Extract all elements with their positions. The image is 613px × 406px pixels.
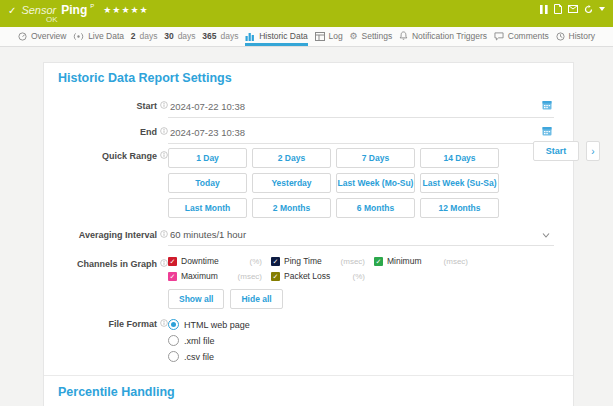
settings-card: Historic Data Report Settings Start 2024…	[43, 62, 574, 406]
tab-historic-data[interactable]: Historic Data	[245, 27, 308, 46]
info-icon[interactable]	[160, 127, 168, 137]
channel-ping-time[interactable]: Ping Time (msec)	[271, 256, 365, 266]
radio-html-web-page[interactable]	[168, 319, 179, 330]
start-report-actions: Start ›	[533, 141, 600, 161]
end-row: End 2024-07-23 10:38	[44, 124, 573, 144]
radio-csv-file[interactable]	[168, 351, 179, 362]
channels-in-graph-row: Channels in Graph Downtime (%) Ping Time…	[44, 256, 573, 309]
tab-2-days[interactable]: 2 days	[131, 27, 158, 46]
report-document-icon[interactable]	[554, 4, 562, 14]
file-format-option-html[interactable]: HTML web page	[168, 319, 554, 330]
sensor-name: Ping	[61, 3, 87, 17]
caret-down-icon[interactable]	[599, 7, 605, 11]
channels-grid: Downtime (%) Ping Time (msec) Minimum (m…	[168, 256, 554, 281]
channel-downtime[interactable]: Downtime (%)	[168, 256, 262, 266]
quick-range-last-week-su-sa-button[interactable]: Last Week (Su-Sa)	[420, 173, 499, 193]
quick-range-12-months-button[interactable]: 12 Months	[420, 198, 499, 218]
tab-label: Settings	[362, 31, 393, 41]
quick-range-today-button[interactable]: Today	[168, 173, 247, 193]
tab-bar: Overview Live Data 2 days 30 days 365 da…	[0, 27, 613, 47]
radio-xml-file[interactable]	[168, 335, 179, 346]
info-icon[interactable]	[160, 151, 168, 161]
file-format-option-xml[interactable]: .xml file	[168, 335, 554, 346]
show-all-button[interactable]: Show all	[168, 289, 224, 309]
end-label: End	[140, 127, 157, 137]
end-datetime-value: 2024-07-23 10:38	[170, 127, 245, 138]
priority-stars[interactable]: ★★★★★	[103, 5, 148, 15]
quick-range-last-week-mo-su-button[interactable]: Last Week (Mo-Su)	[336, 173, 415, 193]
tab-label: Overview	[31, 31, 66, 41]
quick-range-7-days-button[interactable]: 7 Days	[336, 148, 415, 168]
checkbox-downtime[interactable]	[168, 257, 177, 266]
history-clock-icon	[556, 32, 565, 41]
checkbox-maximum[interactable]	[168, 272, 177, 281]
chevron-down-icon	[542, 229, 550, 240]
quick-range-last-month-button[interactable]: Last Month	[168, 198, 247, 218]
checkbox-packet-loss[interactable]	[271, 272, 280, 281]
quick-range-row: Quick Range 1 Day 2 Days 7 Days 14 Days …	[44, 148, 573, 218]
gear-icon: ⚙	[349, 31, 357, 41]
averaging-interval-value: 60 minutes/1 hour	[170, 229, 246, 240]
tab-live-data[interactable]: Live Data	[73, 27, 124, 46]
channels-in-graph-label: Channels in Graph	[77, 259, 157, 269]
start-arrow-button[interactable]: ›	[586, 141, 600, 161]
tab-history[interactable]: History	[556, 27, 595, 46]
quick-range-label: Quick Range	[102, 151, 157, 161]
info-icon[interactable]	[160, 319, 168, 329]
info-icon[interactable]	[160, 259, 168, 269]
quick-range-14-days-button[interactable]: 14 Days	[420, 148, 499, 168]
channel-packet-loss[interactable]: Packet Loss (%)	[271, 271, 365, 281]
quick-range-grid: 1 Day 2 Days 7 Days 14 Days Today Yester…	[168, 148, 554, 218]
pause-icon[interactable]	[540, 5, 548, 14]
tab-overview[interactable]: Overview	[18, 27, 66, 46]
tab-label: Historic Data	[259, 31, 308, 41]
sensor-status-ok: OK	[46, 15, 58, 24]
file-format-label: File Format	[108, 319, 157, 329]
quick-range-1-day-button[interactable]: 1 Day	[168, 148, 247, 168]
quick-range-6-months-button[interactable]: 6 Months	[336, 198, 415, 218]
section-title-historic-data-report-settings: Historic Data Report Settings	[58, 71, 573, 92]
tab-comments[interactable]: Comments	[494, 27, 549, 46]
quick-range-2-months-button[interactable]: 2 Months	[252, 198, 331, 218]
averaging-interval-select[interactable]: 60 minutes/1 hour	[168, 227, 554, 246]
file-format-row: File Format HTML web page .xml file .csv…	[44, 319, 573, 362]
section-title-percentile-handling: Percentile Handling	[58, 385, 573, 406]
channel-maximum[interactable]: Maximum (msec)	[168, 271, 262, 281]
channel-minimum[interactable]: Minimum (msec)	[374, 256, 468, 266]
tab-label: History	[569, 31, 595, 41]
checkbox-minimum[interactable]	[374, 257, 383, 266]
info-icon[interactable]	[160, 101, 168, 111]
start-report-button[interactable]: Start	[533, 141, 579, 161]
log-table-icon	[315, 32, 325, 41]
start-datetime-input[interactable]: 2024-07-22 10:38	[168, 98, 554, 118]
quick-range-2-days-button[interactable]: 2 Days	[252, 148, 331, 168]
tab-label: Notification Triggers	[412, 31, 487, 41]
sensor-header: ✓ Sensor Ping P ★★★★★ OK	[0, 0, 613, 27]
sensor-flag-badge: P	[90, 3, 94, 9]
tab-log[interactable]: Log	[315, 27, 343, 46]
tab-30-days[interactable]: 30 days	[164, 27, 195, 46]
tab-365-days[interactable]: 365 days	[202, 27, 238, 46]
bell-icon	[399, 31, 408, 41]
quick-range-yesterday-button[interactable]: Yesterday	[252, 173, 331, 193]
gauge-icon	[18, 32, 27, 41]
calendar-icon[interactable]	[542, 126, 552, 138]
info-icon[interactable]	[160, 230, 168, 240]
tab-settings[interactable]: ⚙ Settings	[349, 27, 392, 46]
file-format-option-csv[interactable]: .csv file	[168, 351, 554, 362]
refresh-icon[interactable]	[584, 5, 593, 14]
email-icon[interactable]	[568, 5, 578, 13]
comment-bubble-icon	[494, 32, 504, 41]
averaging-interval-label: Averaging Interval	[79, 230, 157, 240]
end-datetime-input[interactable]: 2024-07-23 10:38	[168, 124, 554, 144]
hide-all-button[interactable]: Hide all	[230, 289, 282, 309]
tab-notification-triggers[interactable]: Notification Triggers	[399, 27, 487, 46]
bar-chart-icon	[245, 32, 255, 41]
calendar-icon[interactable]	[542, 100, 552, 112]
chevron-right-icon: ›	[591, 146, 594, 157]
live-signal-icon	[73, 32, 84, 41]
start-row: Start 2024-07-22 10:38	[44, 98, 573, 118]
tab-label: Log	[329, 31, 343, 41]
start-datetime-value: 2024-07-22 10:38	[170, 101, 245, 112]
checkbox-ping-time[interactable]	[271, 257, 280, 266]
